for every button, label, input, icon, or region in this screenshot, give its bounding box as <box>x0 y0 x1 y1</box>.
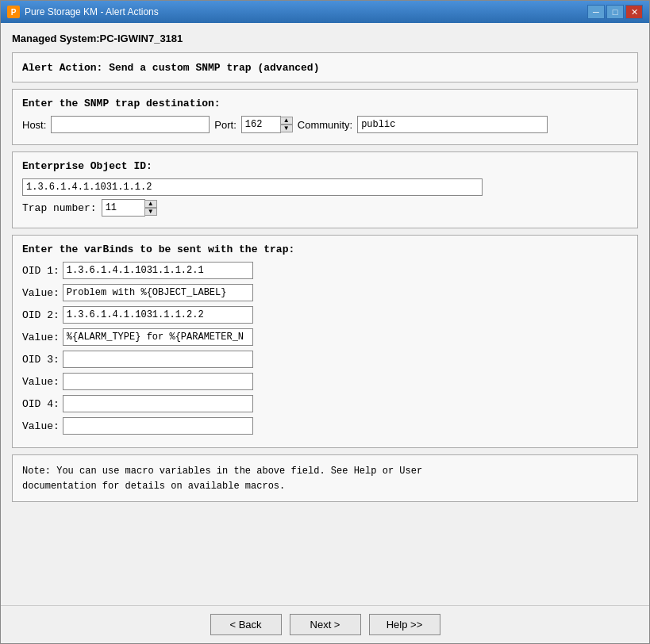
oid2-input[interactable] <box>63 306 253 324</box>
title-bar-text: P Pure Storage KM - Alert Actions <box>7 6 159 18</box>
app-icon: P <box>7 6 20 18</box>
close-button[interactable]: ✕ <box>625 5 643 19</box>
enterprise-oid-input[interactable] <box>22 178 483 196</box>
port-down-button[interactable]: ▼ <box>280 125 293 132</box>
oid3-label: OID 3: <box>22 354 60 366</box>
trap-spinner-group: ▲ ▼ <box>102 199 157 217</box>
trap-number-row: Trap number: ▲ ▼ <box>22 199 628 217</box>
oid4-label: OID 4: <box>22 398 60 410</box>
value2-row: Value: <box>22 328 628 346</box>
port-label: Port: <box>214 119 236 131</box>
bottom-bar: < Back Next > Help >> <box>1 605 649 643</box>
back-button[interactable]: < Back <box>210 614 282 635</box>
enterprise-section-title: Enterprise Object ID: <box>22 160 628 172</box>
oid1-label: OID 1: <box>22 265 60 277</box>
maximize-button[interactable]: □ <box>606 5 624 19</box>
value4-input[interactable] <box>63 417 253 435</box>
help-button[interactable]: Help >> <box>369 614 440 635</box>
enterprise-oid-row <box>22 178 628 196</box>
trap-up-button[interactable]: ▲ <box>144 200 157 208</box>
port-spinner-arrows: ▲ ▼ <box>280 117 293 132</box>
trap-number-input[interactable] <box>102 199 145 217</box>
value4-label: Value: <box>22 420 60 432</box>
main-window: P Pure Storage KM - Alert Actions ─ □ ✕ … <box>0 0 650 644</box>
port-spinner-group: ▲ ▼ <box>241 116 293 133</box>
host-input[interactable] <box>51 116 210 133</box>
enterprise-section: Enterprise Object ID: Trap number: ▲ ▼ <box>12 151 638 228</box>
content-area: Managed System:PC-IGWIN7_3181 Alert Acti… <box>1 23 649 605</box>
value4-row: Value: <box>22 417 628 435</box>
note-box: Note: You can use macro variables in the… <box>12 454 638 502</box>
snmp-section: Enter the SNMP trap destination: Host: P… <box>12 89 638 145</box>
next-button[interactable]: Next > <box>290 614 361 635</box>
trap-down-button[interactable]: ▼ <box>144 208 157 216</box>
note-text: Note: You can use macro variables in the… <box>22 466 422 492</box>
oid4-row: OID 4: <box>22 395 628 412</box>
alert-action-title: Alert Action: Send a custom SNMP trap (a… <box>22 62 319 74</box>
snmp-section-title: Enter the SNMP trap destination: <box>22 98 628 109</box>
varbinds-section-title: Enter the varBinds to be sent with the t… <box>22 243 628 255</box>
value1-label: Value: <box>22 287 60 299</box>
community-input[interactable] <box>357 116 548 133</box>
managed-system-label: Managed System:PC-IGWIN7_3181 <box>12 33 638 44</box>
oid1-row: OID 1: <box>22 262 628 279</box>
value1-input[interactable] <box>63 284 253 301</box>
host-label: Host: <box>22 119 46 131</box>
oid4-input[interactable] <box>63 395 253 412</box>
window-title: Pure Storage KM - Alert Actions <box>25 6 159 17</box>
value2-input[interactable] <box>63 328 253 346</box>
community-label: Community: <box>298 119 352 131</box>
port-input[interactable] <box>241 116 281 133</box>
value3-row: Value: <box>22 373 628 390</box>
value3-input[interactable] <box>63 373 253 390</box>
oid1-input[interactable] <box>63 262 253 279</box>
value1-row: Value: <box>22 284 628 301</box>
oid2-row: OID 2: <box>22 306 628 324</box>
oid2-label: OID 2: <box>22 309 60 321</box>
port-up-button[interactable]: ▲ <box>280 117 293 125</box>
oid3-input[interactable] <box>63 351 253 368</box>
snmp-destination-row: Host: Port: ▲ ▼ Community: <box>22 116 628 133</box>
title-bar: P Pure Storage KM - Alert Actions ─ □ ✕ <box>1 1 649 23</box>
window-controls: ─ □ ✕ <box>587 5 643 19</box>
value2-label: Value: <box>22 332 60 343</box>
minimize-button[interactable]: ─ <box>587 5 605 19</box>
trap-spinner-arrows: ▲ ▼ <box>144 200 157 216</box>
trap-number-label: Trap number: <box>22 202 97 214</box>
oid3-row: OID 3: <box>22 351 628 368</box>
value3-label: Value: <box>22 376 60 388</box>
varbinds-section: Enter the varBinds to be sent with the t… <box>12 235 638 448</box>
alert-action-box: Alert Action: Send a custom SNMP trap (a… <box>12 52 638 82</box>
